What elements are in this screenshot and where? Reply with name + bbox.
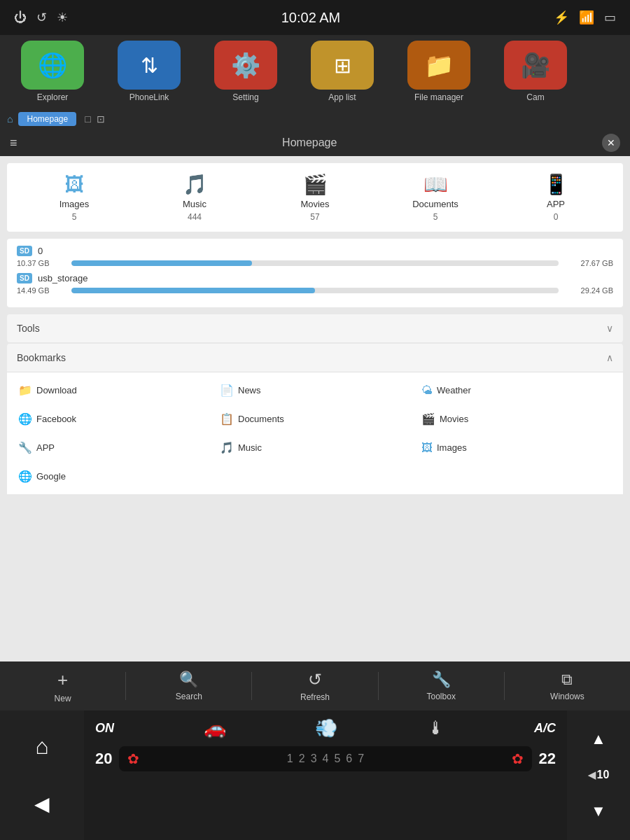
toolbar-search-button[interactable]: 🔍 Search	[126, 665, 251, 707]
bookmark-news[interactable]: 📄 News	[216, 378, 414, 402]
nav-left: ⌂ ◀	[0, 710, 84, 840]
power-icon[interactable]: ⏻	[14, 10, 27, 25]
fan-right-icon[interactable]: ✿	[512, 750, 524, 767]
windows-icon: ⧉	[561, 671, 573, 689]
bookmark-movies-label: Movies	[440, 414, 468, 424]
tools-chevron-icon: ∨	[606, 323, 613, 334]
storage-bar-usb	[71, 288, 559, 293]
app-item-setting[interactable]: ⚙️ Setting	[200, 41, 291, 102]
cam-label: Cam	[526, 92, 544, 102]
bookmark-music[interactable]: 🎵 Music	[216, 435, 414, 460]
climate-ac-label: A/C	[534, 721, 556, 736]
app-item-filemanager[interactable]: 📁 File manager	[393, 41, 484, 102]
bookmark-music-icon: 🎵	[220, 441, 234, 454]
bookmarks-chevron-icon: ∧	[606, 352, 613, 363]
home-button[interactable]: ⌂	[21, 725, 63, 767]
bookmark-movies[interactable]: 🎬 Movies	[417, 407, 616, 431]
sd-badge-usb: SD	[17, 273, 32, 284]
facebook-icon: 🌐	[18, 412, 32, 426]
volume-up-button[interactable]: ▲	[581, 725, 616, 753]
app-item-explorer[interactable]: 🌐 Explorer	[7, 41, 98, 102]
fan-display: ✿ 1 2 3 4 5 6 7 ✿	[119, 746, 531, 771]
fan-left-icon[interactable]: ✿	[127, 750, 139, 767]
bookmark-app-icon: 🔧	[18, 441, 32, 454]
file-cat-movies[interactable]: 🎬 Movies 57	[255, 173, 375, 222]
tools-section[interactable]: Tools ∨	[7, 314, 623, 342]
new-label: New	[55, 694, 71, 704]
wifi-icon: 📶	[579, 10, 594, 25]
app-item-applist[interactable]: ⊞ App list	[297, 41, 388, 102]
tab-print-icon[interactable]: ⊡	[97, 113, 105, 125]
close-panel-button[interactable]: ✕	[602, 134, 620, 152]
bookmark-google[interactable]: 🌐 Google	[14, 464, 213, 489]
homepage-tab-label: Homepage	[27, 114, 68, 124]
file-cat-music[interactable]: 🎵 Music 444	[134, 173, 255, 222]
bookmarks-header[interactable]: Bookmarks ∧	[7, 344, 623, 372]
bookmark-images-label: Images	[437, 442, 467, 453]
new-icon: +	[57, 669, 68, 691]
fan-num-3: 3	[311, 752, 317, 765]
setting-label: Setting	[232, 92, 258, 102]
toolbar-windows-button[interactable]: ⧉ Windows	[505, 665, 630, 707]
status-right-icons: ⚡ 📶 ▭	[554, 10, 616, 25]
fan-num-7: 7	[358, 752, 364, 765]
homepage-panel-title: Homepage	[282, 136, 337, 149]
file-cat-images[interactable]: 🖼 Images 5	[14, 173, 134, 222]
home-icon: ⌂	[35, 734, 48, 760]
tools-label: Tools	[17, 323, 40, 334]
bookmark-facebook-label: Facebook	[36, 414, 76, 424]
volume-down-button[interactable]: ▼	[581, 797, 616, 825]
screen-icon: ▭	[604, 10, 616, 25]
tab-bar: ⌂ Homepage □ ⊡	[0, 108, 630, 130]
app-item-cam[interactable]: 🎥 Cam	[490, 41, 581, 102]
toolbar-refresh-button[interactable]: ↺ Refresh	[252, 664, 377, 708]
bookmark-google-label: Google	[36, 471, 66, 482]
brightness-icon[interactable]: ☀	[57, 10, 68, 25]
volume-level: ◀ 10	[588, 769, 610, 781]
news-icon: 📄	[220, 384, 234, 397]
bookmark-app[interactable]: 🔧 APP	[14, 435, 213, 460]
volume-right: ▲ ◀ 10 ▼	[567, 710, 630, 840]
refresh-label: Refresh	[300, 692, 330, 702]
climate-fan-icon[interactable]: 💨	[315, 718, 337, 739]
music-icon: 🎵	[183, 173, 207, 196]
toolbar-toolbox-button[interactable]: 🔧 Toolbox	[379, 665, 504, 707]
toolbox-label: Toolbox	[427, 692, 456, 701]
back-button[interactable]: ◀	[21, 783, 63, 825]
app-count: 0	[554, 212, 559, 222]
bookmarks-content: 📁 Download 📄 News 🌤 Weather 🌐 Facebook 📋	[7, 372, 623, 494]
file-cat-documents[interactable]: 📖 Documents 5	[375, 173, 496, 222]
bookmark-documents[interactable]: 📋 Documents	[216, 407, 414, 431]
applist-label: App list	[328, 92, 356, 102]
fan-num-5: 5	[334, 752, 340, 765]
bottom-toolbar: + New 🔍 Search ↺ Refresh 🔧 Toolbox ⧉ Win…	[0, 662, 630, 710]
status-bar: ⏻ ↺ ☀ 10:02 AM ⚡ 📶 ▭	[0, 0, 630, 35]
images-count: 5	[72, 212, 77, 222]
bookmark-weather[interactable]: 🌤 Weather	[417, 378, 616, 402]
phonelink-label: PhoneLink	[130, 92, 169, 102]
fan-num-2: 2	[299, 752, 305, 765]
storage-item-0: SD 0 10.37 GB 27.67 GB	[17, 246, 613, 267]
storage-total-0: 27.67 GB	[564, 259, 613, 267]
movies-icon: 🎬	[303, 173, 328, 196]
app-item-phonelink[interactable]: ⇅ PhoneLink	[104, 41, 195, 102]
storage-used-0: 10.37 GB	[17, 259, 66, 267]
storage-section: SD 0 10.37 GB 27.67 GB SD usb_storage 14…	[7, 239, 623, 307]
filemanager-label: File manager	[414, 92, 463, 102]
bookmark-images[interactable]: 🖼 Images	[417, 435, 616, 460]
bookmark-facebook[interactable]: 🌐 Facebook	[14, 407, 213, 431]
climate-car-icon[interactable]: 🚗	[204, 718, 226, 739]
sd-badge-0: SD	[17, 246, 32, 256]
fan-num-6: 6	[346, 752, 352, 765]
storage-name-usb: usb_storage	[38, 273, 88, 284]
homepage-tab[interactable]: Homepage	[18, 112, 76, 126]
climate-wiper-icon[interactable]: 🌡	[427, 718, 445, 739]
refresh-status-icon[interactable]: ↺	[36, 10, 47, 25]
file-cat-app[interactable]: 📱 APP 0	[496, 173, 616, 222]
volume-number: 10	[597, 769, 610, 781]
toolbar-new-button[interactable]: + New	[0, 664, 125, 709]
hamburger-menu-icon[interactable]: ≡	[10, 136, 18, 150]
climate-center: ON 🚗 💨 🌡 A/C 20 ✿ 1 2 3 4 5 6 7 ✿	[84, 710, 567, 840]
bookmark-download[interactable]: 📁 Download	[14, 378, 213, 402]
tab-window-icon[interactable]: □	[85, 113, 90, 125]
